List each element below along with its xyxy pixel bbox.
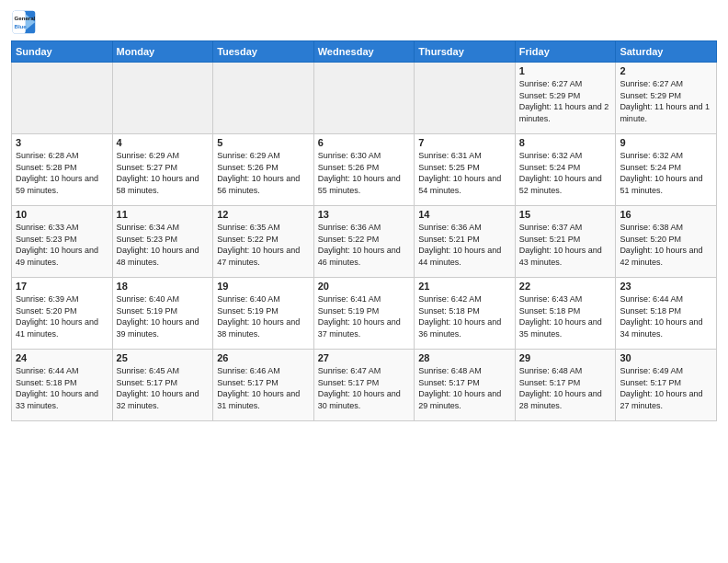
weekday-header-row: SundayMondayTuesdayWednesdayThursdayFrid… <box>12 41 717 63</box>
day-number: 20 <box>318 281 411 292</box>
day-number: 28 <box>418 352 511 363</box>
day-info: Sunrise: 6:44 AM Sunset: 5:18 PM Dayligh… <box>620 293 712 339</box>
calendar-cell: 14Sunrise: 6:36 AM Sunset: 5:21 PM Dayli… <box>415 206 516 278</box>
day-info: Sunrise: 6:36 AM Sunset: 5:22 PM Dayligh… <box>318 222 411 268</box>
calendar-cell: 2Sunrise: 6:27 AM Sunset: 5:29 PM Daylig… <box>616 63 717 134</box>
day-info: Sunrise: 6:49 AM Sunset: 5:17 PM Dayligh… <box>620 365 712 411</box>
day-number: 24 <box>16 352 108 363</box>
calendar-cell: 18Sunrise: 6:40 AM Sunset: 5:19 PM Dayli… <box>112 278 213 350</box>
day-number: 10 <box>16 209 108 220</box>
weekday-header-monday: Monday <box>112 41 213 63</box>
calendar-cell: 10Sunrise: 6:33 AM Sunset: 5:23 PM Dayli… <box>12 206 113 278</box>
day-number: 29 <box>519 352 612 363</box>
day-info: Sunrise: 6:34 AM Sunset: 5:23 PM Dayligh… <box>117 222 210 268</box>
day-number: 30 <box>620 352 712 363</box>
day-info: Sunrise: 6:31 AM Sunset: 5:25 PM Dayligh… <box>418 150 511 196</box>
day-info: Sunrise: 6:39 AM Sunset: 5:20 PM Dayligh… <box>16 293 108 339</box>
day-info: Sunrise: 6:38 AM Sunset: 5:20 PM Dayligh… <box>620 222 712 268</box>
calendar-cell: 7Sunrise: 6:31 AM Sunset: 5:25 PM Daylig… <box>415 134 516 206</box>
day-number: 2 <box>620 65 712 76</box>
svg-text:General: General <box>15 15 36 21</box>
calendar-cell: 1Sunrise: 6:27 AM Sunset: 5:29 PM Daylig… <box>515 63 616 134</box>
calendar-cell: 23Sunrise: 6:44 AM Sunset: 5:18 PM Dayli… <box>616 278 717 350</box>
calendar-cell <box>415 63 516 134</box>
svg-text:Blue: Blue <box>15 23 28 29</box>
calendar-cell: 25Sunrise: 6:45 AM Sunset: 5:17 PM Dayli… <box>112 350 213 421</box>
calendar-cell: 9Sunrise: 6:32 AM Sunset: 5:24 PM Daylig… <box>616 134 717 206</box>
day-number: 8 <box>519 137 612 148</box>
day-info: Sunrise: 6:28 AM Sunset: 5:28 PM Dayligh… <box>16 150 108 196</box>
day-info: Sunrise: 6:32 AM Sunset: 5:24 PM Dayligh… <box>519 150 612 196</box>
calendar-cell: 22Sunrise: 6:43 AM Sunset: 5:18 PM Dayli… <box>515 278 616 350</box>
weekday-header-wednesday: Wednesday <box>313 41 415 63</box>
calendar-cell: 11Sunrise: 6:34 AM Sunset: 5:23 PM Dayli… <box>112 206 213 278</box>
header: General Blue <box>11 9 717 35</box>
day-number: 5 <box>217 137 310 148</box>
calendar-cell: 15Sunrise: 6:37 AM Sunset: 5:21 PM Dayli… <box>515 206 616 278</box>
day-number: 9 <box>620 137 712 148</box>
day-number: 26 <box>217 352 310 363</box>
week-row-0: 1Sunrise: 6:27 AM Sunset: 5:29 PM Daylig… <box>12 63 717 134</box>
week-row-3: 17Sunrise: 6:39 AM Sunset: 5:20 PM Dayli… <box>12 278 717 350</box>
calendar-cell: 4Sunrise: 6:29 AM Sunset: 5:27 PM Daylig… <box>112 134 213 206</box>
week-row-1: 3Sunrise: 6:28 AM Sunset: 5:28 PM Daylig… <box>12 134 717 206</box>
day-info: Sunrise: 6:42 AM Sunset: 5:18 PM Dayligh… <box>418 293 511 339</box>
day-info: Sunrise: 6:35 AM Sunset: 5:22 PM Dayligh… <box>217 222 310 268</box>
day-number: 21 <box>418 281 511 292</box>
day-info: Sunrise: 6:36 AM Sunset: 5:21 PM Dayligh… <box>418 222 511 268</box>
day-info: Sunrise: 6:40 AM Sunset: 5:19 PM Dayligh… <box>217 293 310 339</box>
calendar-cell: 3Sunrise: 6:28 AM Sunset: 5:28 PM Daylig… <box>12 134 113 206</box>
calendar-cell: 29Sunrise: 6:48 AM Sunset: 5:17 PM Dayli… <box>515 350 616 421</box>
weekday-header-sunday: Sunday <box>12 41 113 63</box>
calendar-cell: 24Sunrise: 6:44 AM Sunset: 5:18 PM Dayli… <box>12 350 113 421</box>
calendar-cell: 20Sunrise: 6:41 AM Sunset: 5:19 PM Dayli… <box>313 278 415 350</box>
calendar-cell: 6Sunrise: 6:30 AM Sunset: 5:26 PM Daylig… <box>313 134 415 206</box>
day-info: Sunrise: 6:43 AM Sunset: 5:18 PM Dayligh… <box>519 293 612 339</box>
day-number: 27 <box>318 352 411 363</box>
day-number: 15 <box>519 209 612 220</box>
day-number: 25 <box>117 352 210 363</box>
day-info: Sunrise: 6:32 AM Sunset: 5:24 PM Dayligh… <box>620 150 712 196</box>
day-number: 4 <box>117 137 210 148</box>
calendar-cell: 8Sunrise: 6:32 AM Sunset: 5:24 PM Daylig… <box>515 134 616 206</box>
day-number: 14 <box>418 209 511 220</box>
weekday-header-tuesday: Tuesday <box>213 41 314 63</box>
day-number: 17 <box>16 281 108 292</box>
day-number: 16 <box>620 209 712 220</box>
day-info: Sunrise: 6:27 AM Sunset: 5:29 PM Dayligh… <box>620 78 712 124</box>
day-number: 18 <box>117 281 210 292</box>
calendar-cell: 19Sunrise: 6:40 AM Sunset: 5:19 PM Dayli… <box>213 278 314 350</box>
day-info: Sunrise: 6:46 AM Sunset: 5:17 PM Dayligh… <box>217 365 310 411</box>
calendar-cell <box>213 63 314 134</box>
logo: General Blue <box>11 9 37 35</box>
calendar-cell: 16Sunrise: 6:38 AM Sunset: 5:20 PM Dayli… <box>616 206 717 278</box>
day-info: Sunrise: 6:27 AM Sunset: 5:29 PM Dayligh… <box>519 78 612 124</box>
calendar-cell: 13Sunrise: 6:36 AM Sunset: 5:22 PM Dayli… <box>313 206 415 278</box>
day-info: Sunrise: 6:41 AM Sunset: 5:19 PM Dayligh… <box>318 293 411 339</box>
calendar-table: SundayMondayTuesdayWednesdayThursdayFrid… <box>11 40 717 421</box>
week-row-4: 24Sunrise: 6:44 AM Sunset: 5:18 PM Dayli… <box>12 350 717 421</box>
day-info: Sunrise: 6:33 AM Sunset: 5:23 PM Dayligh… <box>16 222 108 268</box>
calendar-cell: 12Sunrise: 6:35 AM Sunset: 5:22 PM Dayli… <box>213 206 314 278</box>
weekday-header-friday: Friday <box>515 41 616 63</box>
logo-icon: General Blue <box>11 9 37 35</box>
calendar-cell: 5Sunrise: 6:29 AM Sunset: 5:26 PM Daylig… <box>213 134 314 206</box>
day-number: 19 <box>217 281 310 292</box>
page-container: General Blue SundayMondayTuesdayWednesda… <box>0 0 728 563</box>
calendar-cell <box>112 63 213 134</box>
calendar-cell: 26Sunrise: 6:46 AM Sunset: 5:17 PM Dayli… <box>213 350 314 421</box>
day-number: 3 <box>16 137 108 148</box>
day-info: Sunrise: 6:44 AM Sunset: 5:18 PM Dayligh… <box>16 365 108 411</box>
day-number: 23 <box>620 281 712 292</box>
day-info: Sunrise: 6:45 AM Sunset: 5:17 PM Dayligh… <box>117 365 210 411</box>
day-info: Sunrise: 6:48 AM Sunset: 5:17 PM Dayligh… <box>519 365 612 411</box>
day-number: 11 <box>117 209 210 220</box>
day-info: Sunrise: 6:30 AM Sunset: 5:26 PM Dayligh… <box>318 150 411 196</box>
day-info: Sunrise: 6:40 AM Sunset: 5:19 PM Dayligh… <box>117 293 210 339</box>
day-number: 13 <box>318 209 411 220</box>
day-number: 22 <box>519 281 612 292</box>
calendar-cell: 28Sunrise: 6:48 AM Sunset: 5:17 PM Dayli… <box>415 350 516 421</box>
calendar-cell <box>313 63 415 134</box>
day-number: 7 <box>418 137 511 148</box>
day-info: Sunrise: 6:29 AM Sunset: 5:27 PM Dayligh… <box>117 150 210 196</box>
